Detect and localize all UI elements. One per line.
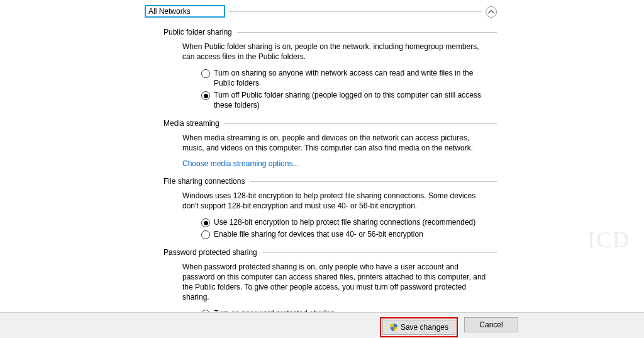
radio-icon (201, 91, 210, 100)
radio-encryption-128[interactable]: Use 128-bit encryption to help protect f… (201, 217, 491, 227)
uac-shield-icon (389, 323, 398, 332)
radio-icon (201, 69, 210, 78)
cancel-button[interactable]: Cancel (464, 317, 518, 332)
divider (237, 32, 497, 33)
button-label: Save changes (401, 323, 448, 332)
section-file-sharing-connections: File sharing connections Windows uses 12… (145, 177, 497, 239)
annotation-highlight: Save changes (380, 317, 458, 337)
section-title: Password protected sharing (164, 248, 257, 257)
radio-label: Turn off Public folder sharing (people l… (214, 90, 491, 110)
watermark: ICD (587, 227, 630, 253)
settings-panel: All Networks Public folder sharing When … (145, 5, 497, 334)
radio-public-folder-off[interactable]: Turn off Public folder sharing (people l… (201, 90, 491, 110)
divider (250, 181, 497, 182)
button-label: Cancel (479, 320, 502, 329)
section-title: Media streaming (164, 119, 219, 128)
section-description: When Public folder sharing is on, people… (182, 42, 491, 62)
section-description: When media streaming is on, people and d… (182, 133, 491, 153)
radio-icon (201, 218, 210, 227)
radio-label: Enable file sharing for devices that use… (214, 229, 423, 239)
divider (225, 123, 497, 124)
chevron-up-icon[interactable] (486, 6, 497, 18)
radio-label: Use 128-bit encryption to help protect f… (214, 217, 475, 227)
section-header-all-networks[interactable]: All Networks (145, 5, 497, 19)
section-media-streaming: Media streaming When media streaming is … (145, 119, 497, 168)
divider (262, 252, 497, 253)
section-description: When password protected sharing is on, o… (182, 262, 491, 302)
button-bar: Save changes Cancel (0, 312, 644, 338)
radio-public-folder-on[interactable]: Turn on sharing so anyone with network a… (201, 68, 491, 88)
section-public-folder-sharing: Public folder sharing When Public folder… (145, 28, 497, 110)
save-changes-button[interactable]: Save changes (382, 320, 455, 335)
section-title: File sharing connections (164, 177, 245, 186)
section-description: Windows uses 128-bit encryption to help … (182, 191, 491, 211)
radio-encryption-4056[interactable]: Enable file sharing for devices that use… (201, 229, 491, 239)
section-title: Public folder sharing (164, 28, 232, 37)
link-media-streaming-options[interactable]: Choose media streaming options... (182, 159, 491, 168)
radio-label: Turn on sharing so anyone with network a… (214, 68, 491, 88)
divider (229, 11, 482, 12)
header-title: All Networks (145, 5, 225, 18)
radio-icon (201, 230, 210, 239)
